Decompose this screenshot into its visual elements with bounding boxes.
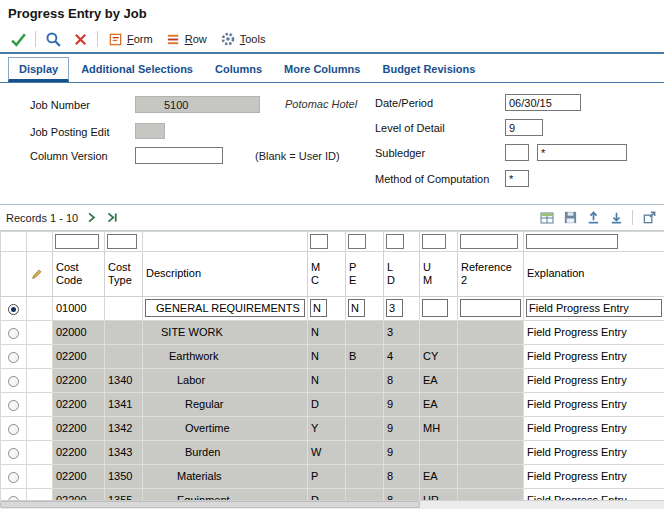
row-select-radio[interactable] bbox=[8, 376, 19, 387]
attachment-cell bbox=[27, 296, 53, 320]
pe-cell bbox=[346, 417, 383, 439]
close-x-icon bbox=[73, 32, 88, 47]
qbe-pe-input[interactable] bbox=[348, 234, 366, 249]
explanation-cell[interactable]: Field Progress Entry bbox=[526, 299, 662, 317]
next-page-icon bbox=[85, 211, 98, 224]
close-button[interactable] bbox=[70, 29, 90, 49]
ok-button[interactable] bbox=[8, 29, 28, 49]
next-page-button[interactable] bbox=[83, 210, 99, 226]
pe-cell[interactable]: N bbox=[348, 299, 365, 317]
reference2-cell bbox=[458, 345, 523, 367]
description-cell[interactable]: GENERAL REQUIREMENTS bbox=[145, 299, 305, 317]
explanation-cell: Field Progress Entry bbox=[524, 465, 664, 487]
pe-cell bbox=[346, 441, 383, 463]
qbe-um-input[interactable] bbox=[422, 234, 446, 249]
empty-cell bbox=[143, 232, 308, 252]
reference2-cell[interactable] bbox=[460, 299, 521, 317]
date-period-input[interactable] bbox=[505, 94, 581, 111]
grid-toolbar bbox=[538, 209, 658, 227]
expand-grid-icon bbox=[642, 210, 657, 225]
explanation-cell: Field Progress Entry bbox=[524, 441, 664, 463]
qbe-cost-code-input[interactable] bbox=[55, 234, 99, 249]
um-cell[interactable] bbox=[422, 299, 448, 317]
qbe-mc-input[interactable] bbox=[310, 234, 328, 249]
tab-additional-selections[interactable]: Additional Selections bbox=[71, 58, 203, 82]
row-menu[interactable]: Row bbox=[163, 30, 210, 49]
cost-code-cell: 02200 bbox=[53, 374, 104, 386]
row-select-radio[interactable] bbox=[8, 400, 19, 411]
method-of-computation-input[interactable] bbox=[505, 170, 529, 187]
form-menu[interactable]: Form bbox=[105, 30, 156, 49]
tab-more-columns[interactable]: More Columns bbox=[274, 58, 370, 82]
level-of-detail-label: Level of Detail bbox=[375, 122, 445, 134]
description-cell: Burden bbox=[143, 441, 307, 463]
job-posting-edit-label: Job Posting Edit bbox=[30, 126, 110, 138]
tab-display[interactable]: Display bbox=[8, 57, 69, 82]
last-page-button[interactable] bbox=[104, 210, 120, 226]
mc-cell: N bbox=[308, 345, 345, 367]
horizontal-scrollbar-thumb[interactable] bbox=[0, 501, 420, 508]
export-grid-icon bbox=[586, 210, 601, 225]
save-grid-button[interactable] bbox=[561, 209, 579, 227]
mc-cell: N bbox=[308, 321, 345, 343]
column-header-reference2: Reference 2 bbox=[458, 252, 524, 297]
um-cell: EA bbox=[420, 393, 457, 415]
pe-cell bbox=[346, 465, 383, 487]
date-period-label: Date/Period bbox=[375, 97, 433, 109]
pe-cell: B bbox=[346, 345, 383, 367]
select-column-header bbox=[1, 252, 27, 297]
attachment-cell bbox=[27, 344, 53, 368]
format-grid-button[interactable] bbox=[538, 209, 556, 227]
grid-header-row: Cost Code Cost Type Description M C P E … bbox=[1, 252, 664, 297]
toolbar-divider bbox=[35, 31, 36, 47]
ld-cell: 3 bbox=[384, 321, 419, 343]
ld-cell: 9 bbox=[384, 441, 419, 463]
qbe-cost-type-input[interactable] bbox=[107, 234, 137, 249]
row-select-radio[interactable] bbox=[8, 472, 19, 483]
column-header-ld: L D bbox=[384, 252, 420, 297]
export-grid-button[interactable] bbox=[584, 209, 602, 227]
explanation-cell: Field Progress Entry bbox=[524, 321, 664, 343]
reference2-cell bbox=[458, 417, 523, 439]
find-button[interactable] bbox=[43, 29, 63, 49]
header-form: Job Number 5100 Potomac Hotel Job Postin… bbox=[0, 83, 664, 205]
horizontal-scrollbar[interactable] bbox=[0, 500, 664, 509]
row-select-radio[interactable] bbox=[8, 328, 19, 339]
row-select-radio[interactable] bbox=[8, 448, 19, 459]
qbe-ld-input[interactable] bbox=[386, 234, 404, 249]
column-version-hint: (Blank = User ID) bbox=[255, 150, 340, 162]
cost-code-cell: 01000 bbox=[53, 302, 104, 314]
expand-grid-button[interactable] bbox=[640, 209, 658, 227]
pe-cell bbox=[346, 369, 383, 391]
mc-cell: Y bbox=[308, 417, 345, 439]
tab-budget-revisions[interactable]: Budget Revisions bbox=[372, 58, 485, 82]
import-grid-button[interactable] bbox=[607, 209, 625, 227]
column-version-input[interactable] bbox=[135, 147, 223, 164]
attachment-cell bbox=[27, 392, 53, 416]
method-of-computation-label: Method of Computation bbox=[375, 173, 489, 185]
qbe-reference2-input[interactable] bbox=[460, 234, 518, 249]
tools-menu[interactable]: Tools bbox=[217, 29, 269, 49]
mc-cell[interactable]: N bbox=[310, 299, 327, 317]
column-header-pe: P E bbox=[346, 252, 384, 297]
qbe-explanation-input[interactable] bbox=[526, 234, 618, 249]
row-select-radio[interactable] bbox=[8, 304, 19, 315]
tab-columns[interactable]: Columns bbox=[205, 58, 272, 82]
column-header-mc: M C bbox=[308, 252, 346, 297]
row-select-radio[interactable] bbox=[8, 352, 19, 363]
explanation-cell: Field Progress Entry bbox=[524, 393, 664, 415]
title-bar: Progress Entry by Job bbox=[0, 0, 664, 26]
subledger-input[interactable] bbox=[505, 144, 529, 161]
cost-code-cell: 02200 bbox=[53, 470, 104, 482]
tools-gear-icon bbox=[220, 31, 236, 47]
form-menu-label: Form bbox=[127, 33, 153, 45]
toolbar: Form Row Tools bbox=[0, 26, 664, 54]
subledger-type-input[interactable] bbox=[537, 144, 627, 161]
row-select-radio[interactable] bbox=[8, 424, 19, 435]
empty-cell bbox=[27, 232, 53, 252]
job-number-field: 5100 bbox=[135, 96, 260, 113]
ld-cell[interactable]: 3 bbox=[386, 299, 403, 317]
attachment-cell bbox=[27, 320, 53, 344]
find-magnifier-icon bbox=[45, 31, 62, 48]
level-of-detail-input[interactable] bbox=[505, 119, 543, 136]
